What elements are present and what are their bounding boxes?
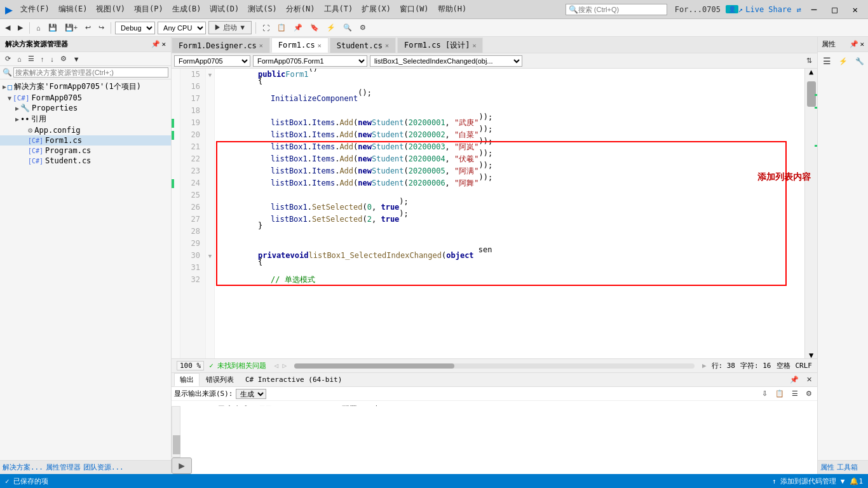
save-button[interactable]: 💾 bbox=[46, 22, 60, 33]
sidebar-tb-btn-1[interactable]: ⟳ bbox=[3, 53, 13, 64]
notification-badge[interactable]: 🔔1 bbox=[850, 477, 863, 485]
scroll-track[interactable] bbox=[805, 75, 817, 352]
sidebar-tab-solution[interactable]: 解决方案... bbox=[3, 463, 43, 472]
toolbar-extra-5[interactable]: ⚡ bbox=[324, 22, 338, 33]
sidebar-tb-btn-4[interactable]: ↑ bbox=[38, 54, 47, 64]
horizontal-scroll-thumb[interactable] bbox=[294, 363, 454, 369]
nav-sync-button[interactable]: ⇅ bbox=[804, 55, 815, 66]
sidebar-tab-team[interactable]: 团队资源... bbox=[83, 463, 124, 472]
search-input[interactable] bbox=[578, 6, 661, 13]
tree-item-programcs[interactable]: [C#] Program.cs bbox=[0, 146, 171, 156]
toolbar-extra-4[interactable]: 🔖 bbox=[308, 22, 322, 33]
tree-item-project[interactable]: ▼ [C#] FormApp0705 bbox=[0, 93, 171, 103]
menu-build[interactable]: 生成(B) bbox=[168, 3, 205, 16]
tab-form1designer-close[interactable]: ✕ bbox=[259, 42, 263, 49]
sidebar-tb-btn-7[interactable]: ▼ bbox=[71, 54, 83, 64]
menu-extend[interactable]: 扩展(X) bbox=[358, 3, 395, 16]
code-text-area[interactable]: public Form1() { InitializeComponent(); … bbox=[215, 69, 804, 358]
nav-method-dropdown[interactable]: listBox1_SelectedIndexChanged(obj... bbox=[370, 55, 522, 67]
sidebar-tb-btn-2[interactable]: ⌂ bbox=[15, 54, 24, 64]
output-scrollbar[interactable] bbox=[172, 406, 180, 458]
close-button[interactable]: ✕ bbox=[848, 3, 863, 16]
toolbar-extra-2[interactable]: 📋 bbox=[275, 22, 288, 33]
add-source-control[interactable]: ↑ 添加到源代码管理 ▼ bbox=[772, 477, 845, 486]
tab-studentcs[interactable]: Student.cs ✕ bbox=[330, 37, 396, 53]
back-button[interactable]: ◀ bbox=[3, 22, 13, 33]
menu-tools[interactable]: 工具(T) bbox=[320, 3, 357, 16]
menu-window[interactable]: 窗口(W) bbox=[396, 3, 433, 16]
sidebar-search-input[interactable] bbox=[13, 67, 168, 78]
global-search[interactable]: 🔍 bbox=[566, 4, 667, 15]
tab-form1cs-close[interactable]: ✕ bbox=[318, 42, 322, 49]
prop-tab-toolbox[interactable]: 工具箱 bbox=[837, 463, 858, 472]
scroll-up-arrow[interactable]: ▲ bbox=[809, 69, 813, 75]
fold-15[interactable]: ▼ bbox=[206, 69, 214, 81]
menu-test[interactable]: 测试(S) bbox=[244, 3, 281, 16]
tree-item-studentcs[interactable]: [C#] Student.cs bbox=[0, 156, 171, 166]
tree-item-form1cs[interactable]: [C#] Form1.cs bbox=[0, 135, 171, 146]
sidebar-close-icon[interactable]: ✕ bbox=[161, 40, 166, 48]
fold-30[interactable]: ▼ bbox=[206, 250, 214, 262]
start-button[interactable]: ▶ 启动 ▼ bbox=[208, 21, 252, 34]
menu-file[interactable]: 文件(F) bbox=[17, 3, 53, 16]
tab-form1design-close[interactable]: ✕ bbox=[472, 42, 476, 49]
tab-form1design[interactable]: Form1.cs [设计] ✕ bbox=[397, 37, 484, 53]
prop-tb-3[interactable]: 🔧 bbox=[853, 56, 867, 67]
output-tab-csharp[interactable]: C# Interactive (64-bit) bbox=[240, 374, 347, 385]
scroll-down-arrow[interactable]: ▼ bbox=[809, 352, 813, 358]
properties-pin-icon[interactable]: 📌 bbox=[850, 40, 858, 48]
home-button[interactable]: ⌂ bbox=[34, 23, 43, 33]
menu-help[interactable]: 帮助(H) bbox=[434, 3, 471, 16]
tree-item-solution[interactable]: ▶ □ 解决方案'FormApp0705'(1个项目) bbox=[0, 81, 171, 93]
output-source-dropdown[interactable]: 生成 bbox=[236, 389, 266, 399]
toolbar-extra-1[interactable]: ⛶ bbox=[260, 23, 272, 33]
tab-form1designer[interactable]: Form1.Designer.cs ✕ bbox=[172, 37, 270, 53]
tab-form1cs[interactable]: Form1.cs ✕ bbox=[271, 37, 329, 53]
output-tab-errors[interactable]: 错误列表 bbox=[201, 374, 239, 386]
nav-project-dropdown[interactable]: FormApp0705 bbox=[174, 55, 250, 67]
toolbar-extra-7[interactable]: ⚙ bbox=[357, 22, 369, 33]
output-pin-button[interactable]: 📌 bbox=[787, 374, 801, 385]
sidebar-tb-btn-6[interactable]: ⚙ bbox=[58, 53, 69, 64]
minimize-button[interactable]: ─ bbox=[806, 3, 822, 16]
output-tab-output[interactable]: 输出 bbox=[174, 373, 200, 386]
tree-item-references[interactable]: ▶ •• 引用 bbox=[0, 113, 171, 125]
toolbar-extra-3[interactable]: 📌 bbox=[291, 22, 305, 33]
menu-edit[interactable]: 编辑(E) bbox=[55, 3, 92, 16]
undo-button[interactable]: ↩ bbox=[83, 22, 93, 33]
tree-item-appconfig[interactable]: ⚙ App.config bbox=[0, 125, 171, 135]
sidebar-pin-icon[interactable]: 📌 bbox=[151, 40, 160, 48]
output-tb-2[interactable]: 📋 bbox=[773, 388, 787, 399]
tree-item-properties[interactable]: ▶ 🔧 Properties bbox=[0, 103, 171, 113]
output-scroll-thumb[interactable] bbox=[173, 435, 180, 454]
sidebar-tb-btn-3[interactable]: ☰ bbox=[25, 53, 37, 64]
properties-close-icon[interactable]: ✕ bbox=[860, 40, 864, 48]
output-tb-4[interactable]: ⚙ bbox=[803, 388, 815, 399]
menu-project[interactable]: 项目(P) bbox=[130, 3, 167, 16]
menu-view[interactable]: 视图(V) bbox=[92, 3, 129, 16]
prop-tb-1[interactable]: ☰ bbox=[820, 55, 834, 67]
debug-config-dropdown[interactable]: Debug bbox=[115, 22, 155, 34]
sidebar-tab-props[interactable]: 属性管理器 bbox=[46, 463, 81, 472]
live-share-button[interactable]: ↗ Live Share bbox=[738, 5, 791, 14]
vertical-scrollbar[interactable]: ▲ ▼ bbox=[804, 69, 817, 358]
output-run-button[interactable]: ▶ bbox=[172, 458, 192, 474]
nav-class-dropdown[interactable]: FormApp0705.Form1 bbox=[253, 55, 367, 67]
toolbar-extra-6[interactable]: 🔍 bbox=[341, 22, 355, 33]
cpu-config-dropdown[interactable]: Any CPU bbox=[158, 22, 206, 34]
tab-studentcs-close[interactable]: ✕ bbox=[385, 42, 389, 49]
horizontal-scrollbar[interactable] bbox=[294, 363, 695, 369]
output-tb-3[interactable]: ☰ bbox=[789, 388, 801, 399]
scroll-nav-icon[interactable]: ◁ ▷ bbox=[274, 362, 287, 370]
forward-button[interactable]: ▶ bbox=[15, 22, 25, 33]
output-tb-1[interactable]: ⇩ bbox=[759, 388, 770, 399]
redo-button[interactable]: ↪ bbox=[96, 22, 107, 33]
menu-debug[interactable]: 调试(D) bbox=[206, 3, 243, 16]
prop-tb-2[interactable]: ⚡ bbox=[836, 56, 850, 67]
menu-analyze[interactable]: 分析(N) bbox=[282, 3, 319, 16]
scroll-right-btn[interactable]: ▶ bbox=[702, 362, 707, 370]
prop-tab-props[interactable]: 属性 bbox=[820, 463, 834, 472]
maximize-button[interactable]: □ bbox=[827, 3, 842, 16]
save-all-button[interactable]: 💾+ bbox=[62, 22, 80, 33]
output-close-button[interactable]: ✕ bbox=[804, 374, 815, 385]
